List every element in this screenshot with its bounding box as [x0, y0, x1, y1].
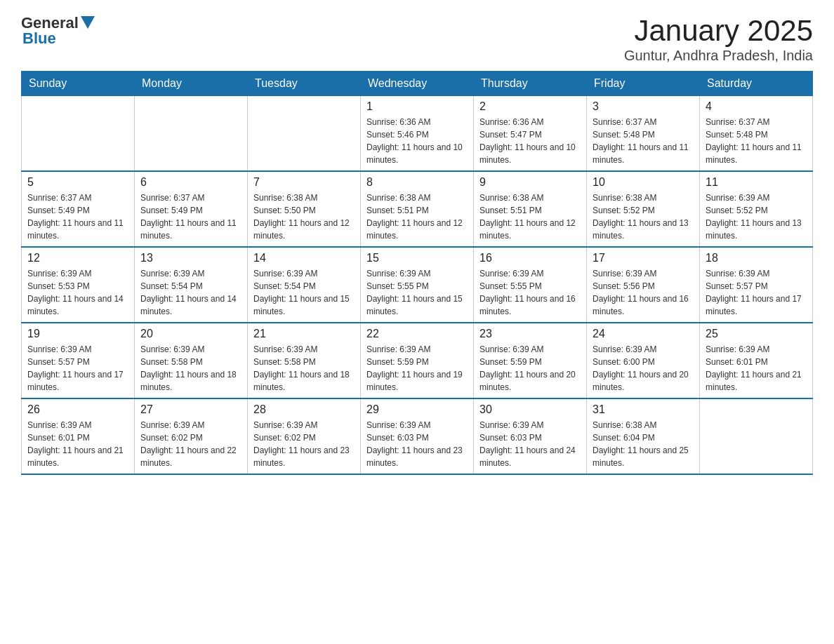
day-info: Sunrise: 6:37 AM Sunset: 5:48 PM Dayligh… — [593, 116, 694, 166]
calendar-table: SundayMondayTuesdayWednesdayThursdayFrid… — [21, 71, 813, 475]
day-number: 5 — [27, 176, 128, 189]
svg-marker-0 — [81, 16, 95, 29]
day-info: Sunrise: 6:39 AM Sunset: 6:00 PM Dayligh… — [593, 343, 694, 394]
calendar-subtitle: Guntur, Andhra Pradesh, India — [624, 48, 813, 64]
calendar-cell — [22, 96, 135, 172]
calendar-cell: 30Sunrise: 6:39 AM Sunset: 6:03 PM Dayli… — [474, 398, 587, 474]
day-info: Sunrise: 6:37 AM Sunset: 5:49 PM Dayligh… — [27, 192, 128, 242]
day-number: 20 — [140, 328, 241, 340]
day-info: Sunrise: 6:39 AM Sunset: 5:53 PM Dayligh… — [27, 267, 128, 318]
day-number: 16 — [479, 252, 581, 264]
day-info: Sunrise: 6:39 AM Sunset: 6:02 PM Dayligh… — [140, 419, 241, 469]
day-number: 25 — [706, 328, 807, 340]
calendar-cell: 3Sunrise: 6:37 AM Sunset: 5:48 PM Daylig… — [587, 96, 700, 172]
calendar-header-friday: Friday — [587, 72, 700, 96]
day-info: Sunrise: 6:39 AM Sunset: 5:55 PM Dayligh… — [366, 267, 468, 318]
calendar-cell — [135, 96, 248, 172]
day-info: Sunrise: 6:37 AM Sunset: 5:49 PM Dayligh… — [140, 192, 241, 242]
day-number: 13 — [140, 252, 241, 264]
day-info: Sunrise: 6:38 AM Sunset: 5:52 PM Dayligh… — [593, 192, 694, 242]
calendar-cell: 4Sunrise: 6:37 AM Sunset: 5:48 PM Daylig… — [700, 96, 813, 172]
calendar-cell: 16Sunrise: 6:39 AM Sunset: 5:55 PM Dayli… — [474, 247, 587, 323]
calendar-header-sunday: Sunday — [22, 72, 135, 96]
day-number: 17 — [593, 252, 694, 264]
calendar-header-row: SundayMondayTuesdayWednesdayThursdayFrid… — [22, 72, 813, 96]
day-info: Sunrise: 6:36 AM Sunset: 5:47 PM Dayligh… — [479, 116, 581, 166]
day-info: Sunrise: 6:39 AM Sunset: 5:56 PM Dayligh… — [593, 267, 694, 318]
calendar-cell: 1Sunrise: 6:36 AM Sunset: 5:46 PM Daylig… — [361, 96, 474, 172]
day-info: Sunrise: 6:39 AM Sunset: 5:52 PM Dayligh… — [706, 192, 807, 242]
calendar-week-row: 5Sunrise: 6:37 AM Sunset: 5:49 PM Daylig… — [22, 171, 813, 247]
calendar-cell: 8Sunrise: 6:38 AM Sunset: 5:51 PM Daylig… — [361, 171, 474, 247]
day-info: Sunrise: 6:39 AM Sunset: 5:54 PM Dayligh… — [253, 267, 355, 318]
calendar-cell: 25Sunrise: 6:39 AM Sunset: 6:01 PM Dayli… — [700, 323, 813, 398]
calendar-cell: 10Sunrise: 6:38 AM Sunset: 5:52 PM Dayli… — [587, 171, 700, 247]
day-number: 12 — [27, 252, 128, 264]
day-info: Sunrise: 6:39 AM Sunset: 6:01 PM Dayligh… — [27, 419, 128, 469]
calendar-title: January 2025 — [624, 14, 813, 48]
calendar-cell: 9Sunrise: 6:38 AM Sunset: 5:51 PM Daylig… — [474, 171, 587, 247]
calendar-week-row: 26Sunrise: 6:39 AM Sunset: 6:01 PM Dayli… — [22, 398, 813, 474]
calendar-cell: 13Sunrise: 6:39 AM Sunset: 5:54 PM Dayli… — [135, 247, 248, 323]
day-info: Sunrise: 6:39 AM Sunset: 5:58 PM Dayligh… — [253, 343, 355, 394]
day-info: Sunrise: 6:37 AM Sunset: 5:48 PM Dayligh… — [706, 116, 807, 166]
calendar-cell: 20Sunrise: 6:39 AM Sunset: 5:58 PM Dayli… — [135, 323, 248, 398]
calendar-cell: 5Sunrise: 6:37 AM Sunset: 5:49 PM Daylig… — [22, 171, 135, 247]
logo: General Blue — [21, 14, 95, 48]
calendar-header-saturday: Saturday — [700, 72, 813, 96]
calendar-week-row: 12Sunrise: 6:39 AM Sunset: 5:53 PM Dayli… — [22, 247, 813, 323]
day-info: Sunrise: 6:39 AM Sunset: 5:54 PM Dayligh… — [140, 267, 241, 318]
day-info: Sunrise: 6:38 AM Sunset: 5:51 PM Dayligh… — [479, 192, 581, 242]
calendar-week-row: 19Sunrise: 6:39 AM Sunset: 5:57 PM Dayli… — [22, 323, 813, 398]
day-info: Sunrise: 6:39 AM Sunset: 6:01 PM Dayligh… — [706, 343, 807, 394]
title-block: January 2025 Guntur, Andhra Pradesh, Ind… — [624, 14, 813, 64]
day-number: 22 — [366, 328, 468, 340]
day-number: 3 — [593, 100, 694, 113]
day-number: 6 — [140, 176, 241, 189]
day-info: Sunrise: 6:39 AM Sunset: 5:57 PM Dayligh… — [27, 343, 128, 394]
day-number: 21 — [253, 328, 355, 340]
day-number: 27 — [140, 403, 241, 416]
calendar-cell: 24Sunrise: 6:39 AM Sunset: 6:00 PM Dayli… — [587, 323, 700, 398]
day-number: 10 — [593, 176, 694, 189]
day-number: 7 — [253, 176, 355, 189]
calendar-header-thursday: Thursday — [474, 72, 587, 96]
calendar-cell — [700, 398, 813, 474]
calendar-cell: 6Sunrise: 6:37 AM Sunset: 5:49 PM Daylig… — [135, 171, 248, 247]
page-header: General Blue January 2025 Guntur, Andhra… — [21, 14, 813, 64]
calendar-cell: 31Sunrise: 6:38 AM Sunset: 6:04 PM Dayli… — [587, 398, 700, 474]
calendar-cell: 26Sunrise: 6:39 AM Sunset: 6:01 PM Dayli… — [22, 398, 135, 474]
day-number: 28 — [253, 403, 355, 416]
calendar-cell: 11Sunrise: 6:39 AM Sunset: 5:52 PM Dayli… — [700, 171, 813, 247]
day-info: Sunrise: 6:39 AM Sunset: 5:55 PM Dayligh… — [479, 267, 581, 318]
day-number: 4 — [706, 100, 807, 113]
day-number: 14 — [253, 252, 355, 264]
day-info: Sunrise: 6:38 AM Sunset: 5:51 PM Dayligh… — [366, 192, 468, 242]
day-info: Sunrise: 6:39 AM Sunset: 5:59 PM Dayligh… — [366, 343, 468, 394]
calendar-cell: 29Sunrise: 6:39 AM Sunset: 6:03 PM Dayli… — [361, 398, 474, 474]
day-number: 11 — [706, 176, 807, 189]
logo-blue-text: Blue — [22, 29, 56, 48]
day-number: 31 — [593, 403, 694, 416]
day-number: 23 — [479, 328, 581, 340]
calendar-cell — [248, 96, 361, 172]
logo-triangle-icon — [81, 16, 95, 29]
day-number: 9 — [479, 176, 581, 189]
day-number: 18 — [706, 252, 807, 264]
calendar-week-row: 1Sunrise: 6:36 AM Sunset: 5:46 PM Daylig… — [22, 96, 813, 172]
calendar-cell: 21Sunrise: 6:39 AM Sunset: 5:58 PM Dayli… — [248, 323, 361, 398]
calendar-cell: 18Sunrise: 6:39 AM Sunset: 5:57 PM Dayli… — [700, 247, 813, 323]
calendar-cell: 23Sunrise: 6:39 AM Sunset: 5:59 PM Dayli… — [474, 323, 587, 398]
calendar-header-monday: Monday — [135, 72, 248, 96]
day-number: 29 — [366, 403, 468, 416]
calendar-cell: 14Sunrise: 6:39 AM Sunset: 5:54 PM Dayli… — [248, 247, 361, 323]
calendar-cell: 12Sunrise: 6:39 AM Sunset: 5:53 PM Dayli… — [22, 247, 135, 323]
day-info: Sunrise: 6:39 AM Sunset: 6:02 PM Dayligh… — [253, 419, 355, 469]
day-info: Sunrise: 6:38 AM Sunset: 6:04 PM Dayligh… — [593, 419, 694, 469]
calendar-cell: 28Sunrise: 6:39 AM Sunset: 6:02 PM Dayli… — [248, 398, 361, 474]
calendar-header-wednesday: Wednesday — [361, 72, 474, 96]
day-info: Sunrise: 6:39 AM Sunset: 5:57 PM Dayligh… — [706, 267, 807, 318]
calendar-cell: 17Sunrise: 6:39 AM Sunset: 5:56 PM Dayli… — [587, 247, 700, 323]
calendar-cell: 7Sunrise: 6:38 AM Sunset: 5:50 PM Daylig… — [248, 171, 361, 247]
day-info: Sunrise: 6:39 AM Sunset: 6:03 PM Dayligh… — [479, 419, 581, 469]
